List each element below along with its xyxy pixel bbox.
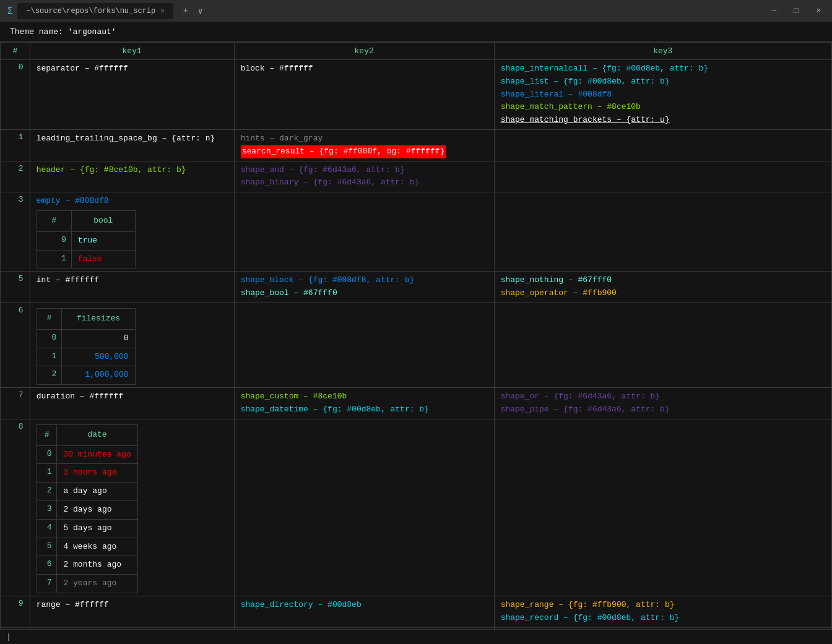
cell-8-2 bbox=[234, 419, 494, 596]
cell-1-1: leading_trailing_space_bg – {attr: n} bbox=[30, 129, 234, 161]
nested-table-row: 0 30 minutes ago bbox=[37, 445, 137, 464]
table-row: 2 header – {fg: #8ce10b, attr: b} shape_… bbox=[1, 161, 832, 192]
maximize-button[interactable]: □ bbox=[790, 5, 802, 17]
cell-0-2: block – #ffffff bbox=[234, 60, 494, 130]
cell-7-3: shape_or – {fg: #6d43a6, attr: b} shape_… bbox=[494, 388, 831, 419]
nested-row-idx: 1 bbox=[37, 464, 57, 483]
nested-table-row: 1 false bbox=[37, 250, 135, 268]
row-num: 8 bbox=[1, 419, 30, 596]
nested-cell-val: false bbox=[71, 250, 135, 268]
row-num: 3 bbox=[1, 192, 30, 272]
minimize-button[interactable]: ─ bbox=[768, 5, 781, 17]
nested-cell-val: 5 days ago bbox=[57, 519, 137, 538]
row-num: 9 bbox=[1, 596, 30, 627]
new-tab-button[interactable]: + bbox=[178, 6, 193, 15]
cell-7-2: shape_custom – #8ce10b shape_datetime – … bbox=[234, 388, 494, 419]
nested-row-idx: 4 bbox=[37, 519, 57, 538]
nested-row-idx: 0 bbox=[37, 329, 62, 348]
nested-cell-val: 3 hours ago bbox=[57, 464, 137, 483]
row-num: 0 bbox=[1, 60, 30, 130]
nested-col-hash: # bbox=[37, 210, 71, 231]
nested-row-idx: 7 bbox=[37, 575, 57, 593]
row-num: 1 bbox=[1, 129, 30, 161]
cell-6-3 bbox=[494, 303, 831, 387]
cell-8-1: # date 0 30 minutes ago 1 3 hours ago bbox=[30, 419, 234, 596]
nested-table-row: 2 a day ago bbox=[37, 483, 137, 501]
nested-table-row: 4 5 days ago bbox=[37, 519, 137, 538]
cell-2-3 bbox=[494, 161, 831, 192]
nested-col-filesizes: filesizes bbox=[62, 308, 135, 329]
cell-3-2 bbox=[234, 192, 494, 272]
table-row: 9 range – #ffffff shape_directory – #00d… bbox=[1, 596, 832, 627]
cell-8-3 bbox=[494, 419, 831, 596]
cell-5-2: shape_block – {fg: #008df8, attr: b} sha… bbox=[234, 272, 494, 303]
nested-row-idx: 2 bbox=[37, 366, 62, 385]
cursor-indicator: | bbox=[6, 632, 11, 642]
cell-5-1: int – #ffffff bbox=[30, 272, 234, 303]
cell-0-1: separator – #ffffff bbox=[30, 60, 234, 130]
window-controls: ─ □ × bbox=[768, 5, 825, 17]
nested-cell-val: 4 weeks ago bbox=[57, 538, 137, 556]
tab-dropdown-button[interactable]: ∨ bbox=[198, 6, 203, 16]
nested-row-idx: 2 bbox=[37, 483, 57, 501]
cell-6-1: # filesizes 0 0 1 500,000 bbox=[30, 303, 234, 387]
col-header-key1: key1 bbox=[30, 43, 234, 60]
table-row: 1 leading_trailing_space_bg – {attr: n} … bbox=[1, 129, 832, 161]
table-row: 6 # filesizes 0 0 bbox=[1, 303, 832, 387]
nested-table-row: 7 2 years ago bbox=[37, 575, 137, 593]
cell-7-1: duration – #ffffff bbox=[30, 388, 234, 419]
cell-2-1: header – {fg: #8ce10b, attr: b} bbox=[30, 161, 234, 192]
cell-9-1: range – #ffffff bbox=[30, 596, 234, 627]
nested-cell-val: 1,000,000 bbox=[62, 366, 135, 385]
nested-row-idx: 1 bbox=[37, 250, 71, 268]
terminal-icon: Σ bbox=[7, 6, 12, 16]
nested-bool-table: # bool 0 true 1 false bbox=[37, 210, 136, 268]
col-header-hash: # bbox=[1, 43, 30, 60]
cell-9-3: shape_range – {fg: #ffb900, attr: b} sha… bbox=[494, 596, 831, 627]
nested-table-row: 1 3 hours ago bbox=[37, 464, 137, 483]
cell-0-3: shape_internalcall – {fg: #00d8eb, attr:… bbox=[494, 60, 831, 130]
col-header-key3: key3 bbox=[494, 43, 831, 60]
nested-table-row: 6 2 months ago bbox=[37, 556, 137, 575]
nested-cell-val: 30 minutes ago bbox=[57, 445, 137, 464]
cell-3-3 bbox=[494, 192, 831, 272]
row-num: 7 bbox=[1, 388, 30, 419]
tab-label: ~\source\repos\forks\nu_scrip bbox=[26, 7, 155, 15]
table-row: 0 separator – #ffffff block – #ffffff sh… bbox=[1, 60, 832, 130]
nested-table-row: 1 500,000 bbox=[37, 348, 135, 366]
nested-table-row: 3 2 days ago bbox=[37, 500, 137, 519]
nested-row-idx: 5 bbox=[37, 538, 57, 556]
nested-table-row: 5 4 weeks ago bbox=[37, 538, 137, 556]
nested-col-hash: # bbox=[37, 424, 57, 445]
nested-cell-val: 2 years ago bbox=[57, 575, 137, 593]
nested-cell-val: a day ago bbox=[57, 483, 137, 501]
cell-1-3 bbox=[494, 129, 831, 161]
cell-1-2: hints – dark_gray search_result – {fg: #… bbox=[234, 129, 494, 161]
nested-cell-val: 500,000 bbox=[62, 348, 135, 366]
table-row: 5 int – #ffffff shape_block – {fg: #008d… bbox=[1, 272, 832, 303]
cell-2-2: shape_and – {fg: #6d43a6, attr: b} shape… bbox=[234, 161, 494, 192]
close-button[interactable]: × bbox=[812, 5, 825, 17]
nested-filesizes-table: # filesizes 0 0 1 500,000 bbox=[37, 308, 136, 385]
tab-close-button[interactable]: × bbox=[160, 7, 165, 15]
table-row: 8 # date 0 30 minutes ago bbox=[1, 419, 832, 596]
nested-row-idx: 1 bbox=[37, 348, 62, 366]
nested-cell-val: 2 days ago bbox=[57, 500, 137, 519]
nested-table-row: 2 1,000,000 bbox=[37, 366, 135, 385]
col-header-key2: key2 bbox=[234, 43, 494, 60]
nested-date-table: # date 0 30 minutes ago 1 3 hours ago bbox=[37, 424, 138, 593]
nested-table-row: 0 true bbox=[37, 231, 135, 250]
row-num: 2 bbox=[1, 161, 30, 192]
active-tab[interactable]: ~\source\repos\forks\nu_scrip × bbox=[17, 3, 173, 19]
main-content: # key1 key2 key3 0 separator – #ffffff b… bbox=[0, 42, 832, 629]
table-row: 7 duration – #ffffff shape_custom – #8ce… bbox=[1, 388, 832, 419]
nested-cell-val: 2 months ago bbox=[57, 556, 137, 575]
cell-6-2 bbox=[234, 303, 494, 387]
nested-row-idx: 0 bbox=[37, 231, 71, 250]
data-table: # key1 key2 key3 0 separator – #ffffff b… bbox=[0, 42, 832, 629]
nested-row-idx: 0 bbox=[37, 445, 57, 464]
nested-row-idx: 3 bbox=[37, 500, 57, 519]
nested-cell-val: 0 bbox=[62, 329, 135, 348]
nested-cell-val: true bbox=[71, 231, 135, 250]
cell-5-3: shape_nothing – #67fff0 shape_operator –… bbox=[494, 272, 831, 303]
